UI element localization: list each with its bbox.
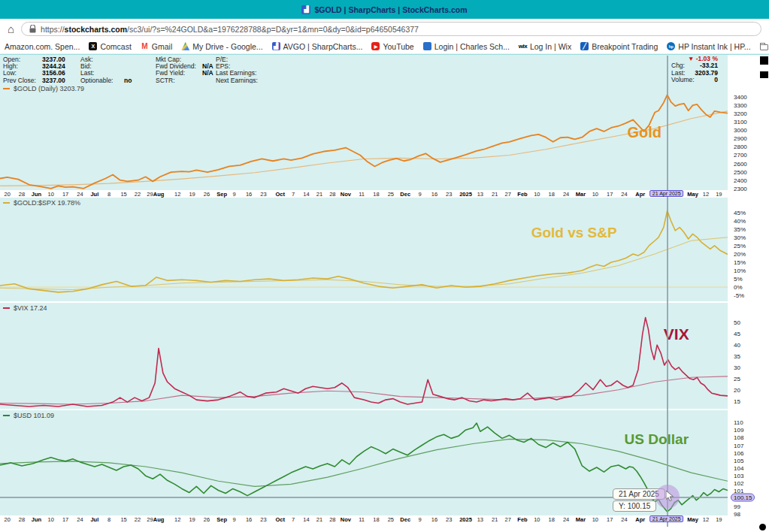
chart-workspace: Open:3237.00High:3244.24Low:3156.06Prev …: [0, 54, 769, 532]
schwab-icon: [423, 42, 431, 50]
x-axis-label: 17: [62, 516, 68, 523]
x-axis-label: Jun: [32, 516, 41, 523]
y-axis-label: 40: [734, 342, 740, 349]
x-axis-label: 24: [621, 191, 627, 198]
window-edge-marker: [760, 71, 768, 78]
bookmark-login-charles-sch[interactable]: Login | Charles Sch...: [423, 42, 510, 51]
ratio-legend-swatch: [3, 202, 10, 204]
ratio-plot-area[interactable]: Gold vs S&P: [0, 207, 728, 301]
y-axis-label: 30%: [734, 234, 746, 240]
y-axis-label: 15: [734, 397, 740, 404]
browser-tab[interactable]: ▟ $GOLD | SharpCharts | StockCharts.com: [301, 5, 467, 14]
x-axis-label: 24: [77, 516, 83, 523]
x-axis-label: 7: [292, 516, 295, 523]
x-axis-label: 10: [534, 516, 540, 523]
y-axis-label: 109: [734, 427, 743, 434]
gold-spx-ratio-chart-panel: $GOLD:$SPX 19.78% Gold vs S&P 45%40%35%3…: [0, 198, 769, 301]
gold-legend-text: $GOLD (Daily) 3203.79: [14, 85, 84, 92]
usd-ma: [0, 439, 728, 486]
bookmarks-bar: Amazon.com. Spen...XComcastMGmailMy Driv…: [0, 39, 769, 54]
x-axis-label: 19: [189, 516, 195, 523]
bookmark-avgo-sharpcharts[interactable]: ▟AVGO | SharpCharts...: [272, 42, 363, 51]
x-axis-label: Sep: [216, 516, 227, 523]
y-axis-label: 40%: [734, 217, 746, 224]
folder-icon: [760, 44, 768, 50]
breakpoint-icon: ╱: [580, 42, 589, 50]
hp-icon: hp: [667, 42, 675, 50]
x-axis-label: 29: [147, 516, 153, 523]
x-axis-label: 23: [260, 191, 266, 198]
x-axis-label: 28: [329, 516, 335, 523]
y-axis-label: 105: [734, 457, 743, 464]
x-axis-label: 12: [174, 191, 180, 198]
bookmark-label: Login | Charles Sch...: [434, 42, 510, 51]
home-icon[interactable]: ⌂: [8, 23, 14, 35]
vix-plot-area[interactable]: VIX: [0, 313, 728, 409]
quote-group: P/E:EPS:Last Earnings:Next Earnings:: [216, 56, 270, 84]
x-axis-label: 19: [716, 516, 722, 523]
x-axis-label: 17: [607, 516, 613, 523]
y-axis-label: 2300: [734, 185, 747, 192]
vix-legend-text: $VIX 17.24: [14, 304, 47, 312]
x-axis-highlighted-date: 21 Apr 2025: [649, 190, 684, 197]
stockcharts-favicon-icon: ▟: [301, 5, 310, 14]
bookmark-label: AVGO | SharpCharts...: [283, 42, 363, 51]
y-axis-label: 10%: [734, 268, 746, 274]
bookmark-screenwriting[interactable]: Screenwriting: [760, 42, 769, 51]
y-axis-label: 35: [734, 353, 740, 360]
lock-icon: [29, 25, 36, 33]
x-axis-label: 9: [233, 191, 236, 198]
bookmark-amazon-com-spen[interactable]: Amazon.com. Spen...: [5, 42, 80, 51]
y-axis-label: 30: [734, 364, 740, 370]
x-axis-label: 21: [316, 191, 322, 198]
x-axis-label: Aug: [153, 516, 165, 523]
usd-y-axis: 110109108107106105104103102101100.159998: [732, 420, 769, 515]
y-axis-label: 110: [734, 419, 743, 426]
vix-line: [0, 318, 728, 407]
x-axis-label: 16: [431, 516, 437, 523]
bookmark-youtube[interactable]: ▶YouTube: [371, 42, 413, 51]
url-input[interactable]: https://stockcharts.com/sc3/ui/?s=%24GOL…: [21, 22, 761, 36]
crosshair-vertical-line: [667, 56, 668, 527]
youtube-icon: ▶: [371, 42, 380, 50]
x-axis-label: 7: [292, 191, 295, 198]
bookmark-hp-instant-ink-hp[interactable]: hpHP Instant Ink | HP...: [667, 42, 750, 51]
gmail-icon: M: [141, 42, 149, 50]
x-axis-label: Feb: [517, 191, 527, 198]
x-axis-label: 18: [549, 191, 555, 198]
bookmark-gmail[interactable]: MGmail: [141, 42, 172, 51]
x-axis-label: Jul: [90, 516, 98, 523]
x-axis-label: 18: [373, 191, 379, 198]
vix-chart-panel: $VIX 17.24 VIX 5045403530252015: [0, 303, 769, 409]
x-axis-label: 29: [147, 191, 153, 198]
bookmark-label: Breakpoint Trading: [592, 42, 658, 51]
x-axis-label: 13: [477, 516, 483, 523]
bookmark-breakpoint-trading[interactable]: ╱Breakpoint Trading: [580, 42, 658, 51]
x-axis-label: 23: [446, 191, 452, 198]
x-axis-label: 27: [504, 516, 510, 523]
y-axis-label: 104: [734, 465, 743, 472]
gold-chart-panel: $GOLD (Daily) 3203.79 Gold 3400330032003…: [0, 83, 769, 190]
x-axis-label: Mar: [576, 191, 586, 198]
down-arrow-icon: ▼: [688, 55, 694, 62]
y-axis-label: 35%: [734, 225, 746, 232]
x-axis-label: 16: [246, 516, 252, 523]
x-axis-label: Mar: [576, 516, 586, 523]
bookmark-log-in-wix[interactable]: wixLog In | Wix: [519, 42, 571, 51]
browser-window: ▟ $GOLD | SharpCharts | StockCharts.com …: [0, 0, 769, 532]
address-bar-row: ⌂ https://stockcharts.com/sc3/ui/?s=%24G…: [0, 19, 769, 39]
gold-plot-area[interactable]: Gold: [0, 93, 728, 190]
vix-legend: $VIX 17.24: [0, 303, 728, 313]
x-axis-label: 15: [120, 516, 126, 523]
y-axis-label: 2900: [734, 135, 747, 142]
bookmark-label: Log In | Wix: [530, 42, 571, 51]
x-axis-label: 2025: [459, 516, 472, 523]
quote-field-value: 0: [714, 77, 718, 83]
quote-field-value: N/A: [202, 70, 213, 77]
y-axis-label: 2500: [734, 168, 747, 175]
gold-legend: $GOLD (Daily) 3203.79: [0, 83, 728, 93]
x-axis-label: 20: [5, 191, 11, 198]
bookmark-comcast[interactable]: XComcast: [89, 42, 131, 51]
bookmark-my-drive-google[interactable]: My Drive - Google...: [181, 42, 262, 51]
y-axis-label: 15%: [734, 259, 746, 266]
